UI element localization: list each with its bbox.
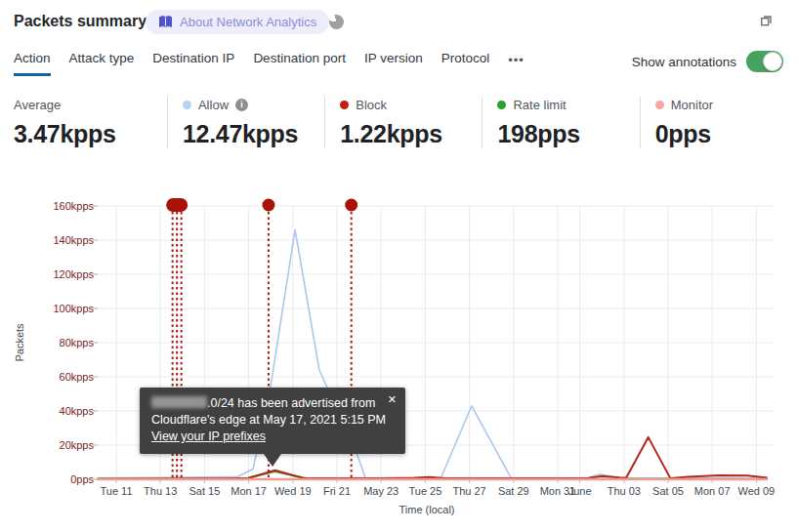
tooltip-caret [264, 454, 281, 467]
svg-text:Fri 21: Fri 21 [323, 485, 351, 497]
stat-label: Allow [198, 98, 229, 112]
legend-dot [340, 101, 349, 109]
svg-text:40kpps: 40kpps [60, 405, 95, 417]
stat-value: 1.22kpps [340, 120, 482, 148]
svg-text:Sat 29: Sat 29 [498, 485, 529, 497]
svg-text:Mon 07: Mon 07 [694, 485, 731, 497]
x-axis: Tue 11Thu 13Sat 15Mon 17Wed 19Fri 21May … [100, 479, 775, 515]
svg-text:Mon 17: Mon 17 [231, 485, 267, 497]
stat-value: 3.47kpps [14, 120, 167, 148]
svg-text:Tue 25: Tue 25 [408, 485, 441, 497]
stat-value: 12.47kpps [183, 120, 324, 148]
tabs-list: ActionAttack typeDestination IPDestinati… [14, 51, 489, 76]
stat-label: Rate limit [513, 98, 566, 112]
stat-label: Block [356, 98, 387, 112]
annotation-marker[interactable] [262, 199, 274, 212]
svg-text:Thu 03: Thu 03 [608, 485, 641, 497]
show-annotations-toggle[interactable] [746, 51, 783, 72]
info-icon[interactable]: i [235, 99, 248, 111]
svg-text:Sat 15: Sat 15 [189, 485, 220, 497]
svg-text:Wed 09: Wed 09 [738, 485, 776, 497]
svg-text:Tue 11: Tue 11 [100, 485, 132, 497]
stat-rate-limit: Rate limit198pps [482, 97, 639, 148]
tooltip-line1: .0/24 has been advertised from [151, 395, 394, 412]
stat-value: 0pps [655, 120, 797, 148]
stat-average: Average3.47kpps [14, 97, 167, 148]
svg-text:Sat 05: Sat 05 [652, 485, 684, 497]
view-ip-prefixes-link[interactable]: View your IP prefixes [151, 430, 266, 443]
stat-value: 198pps [497, 120, 639, 148]
tabs-row: ActionAttack typeDestination IPDestinati… [14, 51, 783, 76]
stat-block: Block1.22kpps [324, 97, 482, 148]
chart-svg: 0pps20kpps40kpps60kpps80kpps100kpps120kp… [0, 185, 797, 532]
badge-label: About Network Analytics [180, 15, 316, 29]
legend-dot [655, 101, 664, 109]
svg-text:80kpps: 80kpps [60, 337, 95, 348]
open-window-icon[interactable] [758, 12, 776, 29]
tab-attack-type[interactable]: Attack type [69, 51, 135, 76]
svg-text:Packets: Packets [14, 323, 25, 362]
stat-label: Monitor [671, 98, 713, 112]
summary-stats-row: Average3.47kppsAllowi12.47kppsBlock1.22k… [14, 97, 797, 148]
tab-action[interactable]: Action [14, 51, 51, 76]
svg-text:0pps: 0pps [70, 473, 94, 485]
legend-dot [183, 101, 191, 109]
toggle-knob [763, 52, 782, 71]
legend-dot [497, 101, 506, 109]
svg-text:Thu 27: Thu 27 [452, 485, 485, 497]
svg-text:20kpps: 20kpps [60, 439, 95, 451]
svg-text:Wed 19: Wed 19 [274, 485, 312, 497]
svg-text:160kpps: 160kpps [53, 200, 94, 212]
svg-text:140kpps: 140kpps [53, 234, 94, 246]
svg-text:60kpps: 60kpps [60, 371, 95, 383]
tab-ip-version[interactable]: IP version [364, 51, 423, 76]
pie-icon [329, 15, 344, 29]
svg-text:100kpps: 100kpps [53, 303, 94, 314]
stat-allow: Allowi12.47kpps [167, 97, 324, 148]
annotation-marker[interactable] [345, 199, 357, 212]
redacted-ip-prefix [151, 396, 207, 408]
packets-chart: 0pps20kpps40kpps60kpps80kpps100kpps120kp… [0, 185, 797, 532]
svg-text:May 23: May 23 [363, 485, 398, 497]
tab-destination-ip[interactable]: Destination IP [152, 51, 234, 76]
svg-text:120kpps: 120kpps [53, 268, 94, 280]
tooltip-line2: Cloudflare's edge at May 17, 2021 5:15 P… [151, 412, 394, 429]
svg-text:June: June [568, 485, 592, 497]
stat-monitor: Monitor0pps [640, 97, 797, 148]
tooltip-close-icon[interactable]: ✕ [388, 391, 397, 408]
svg-text:Thu 13: Thu 13 [144, 485, 177, 497]
page-title: Packets summary [14, 13, 147, 30]
annotation-tooltip: .0/24 has been advertised from Cloudflar… [140, 388, 405, 454]
y-axis: 0pps20kpps40kpps60kpps80kpps100kpps120kp… [14, 200, 98, 485]
about-network-analytics-badge[interactable]: About Network Analytics [146, 10, 329, 34]
svg-text:Time (local): Time (local) [398, 504, 454, 515]
stat-label: Average [14, 98, 61, 112]
book-icon [158, 16, 173, 28]
tab-destination-port[interactable]: Destination port [253, 51, 346, 76]
more-tabs-button[interactable]: ••• [508, 51, 524, 67]
tab-protocol[interactable]: Protocol [441, 51, 490, 76]
annotation-marker[interactable] [166, 198, 188, 212]
show-annotations-control: Show annotations [632, 51, 783, 72]
show-annotations-label: Show annotations [632, 55, 736, 69]
